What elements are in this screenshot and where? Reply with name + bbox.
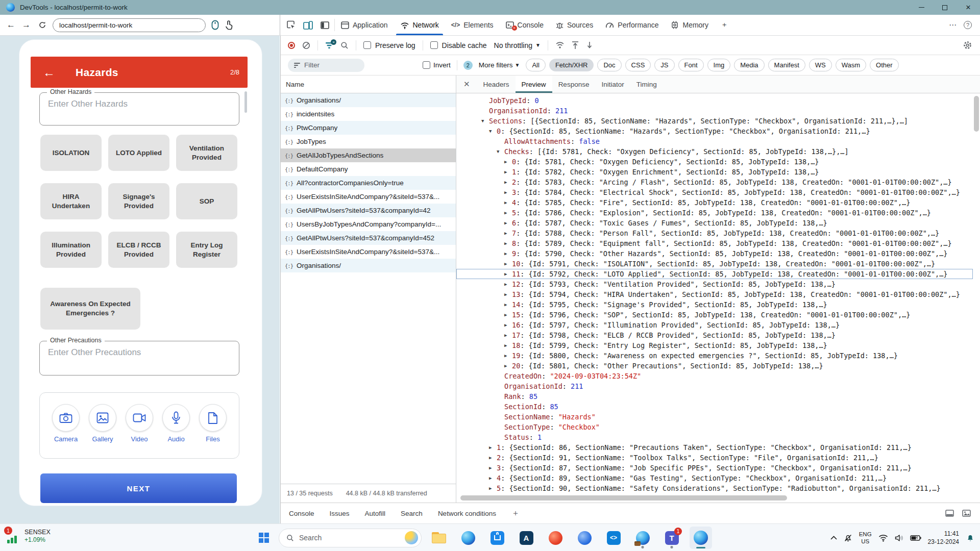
collapsed-arrow-icon[interactable]: ▶ bbox=[504, 299, 507, 310]
json-line[interactable]: ▶3: {SectionId: 87, SectionName: "Job Sp… bbox=[456, 463, 973, 473]
collapsed-arrow-icon[interactable]: ▶ bbox=[504, 238, 507, 248]
json-line[interactable]: ▶7: {Id: 5788, Check: "Person Fall", Sec… bbox=[456, 228, 973, 238]
network-settings-gear-icon[interactable] bbox=[963, 41, 980, 49]
collapsed-arrow-icon[interactable]: ▶ bbox=[504, 197, 507, 208]
collapsed-arrow-icon[interactable]: ▶ bbox=[504, 310, 507, 320]
json-line[interactable]: ▶13: {Id: 5794, Check: "HIRA Undertaken"… bbox=[456, 289, 973, 299]
hazard-button-awareness[interactable]: Awareness On Expected Emergencies ? bbox=[40, 288, 140, 330]
media-files-button[interactable]: Files bbox=[197, 404, 229, 443]
maximize-button[interactable] bbox=[933, 0, 957, 15]
drawer-tab-console[interactable]: Console bbox=[289, 510, 314, 517]
collapsed-arrow-icon[interactable]: ▶ bbox=[489, 473, 492, 483]
throttling-select[interactable]: No throttling bbox=[494, 41, 532, 49]
drawer-tab-network-conditions[interactable]: Network conditions bbox=[438, 510, 496, 517]
json-line[interactable]: ▶5: {Id: 5786, Check: "Explosion", Secti… bbox=[456, 208, 973, 218]
filter-toggle-icon[interactable]: × bbox=[325, 42, 333, 49]
json-line[interactable]: ▶1: {SectionId: 86, SectionName: "Precau… bbox=[456, 442, 973, 453]
collapsed-arrow-icon[interactable]: ▶ bbox=[504, 228, 507, 238]
json-line[interactable]: ▶16: {Id: 5797, Check: "Illumination Pro… bbox=[456, 320, 973, 330]
collapsed-arrow-icon[interactable]: ▶ bbox=[504, 361, 507, 371]
teams-icon[interactable]: T1 bbox=[660, 527, 683, 549]
wifi-icon[interactable] bbox=[878, 534, 888, 542]
notification-bell-icon[interactable] bbox=[966, 533, 975, 542]
request-row[interactable]: {:}UserExistsInSiteAndCompany?&siteId=53… bbox=[281, 190, 456, 204]
filter-pill-ws[interactable]: WS bbox=[809, 59, 832, 71]
minimize-button[interactable] bbox=[910, 0, 933, 15]
collapsed-arrow-icon[interactable]: ▶ bbox=[504, 279, 507, 289]
collapsed-arrow-icon[interactable]: ▶ bbox=[504, 208, 507, 218]
json-line[interactable]: ▶6: {Id: 5787, Check: "Toxic Gases / Fum… bbox=[456, 218, 973, 228]
json-line[interactable]: ▼Checks: [{Id: 5781, Check: "Oxygen Defi… bbox=[456, 146, 973, 157]
dock-drawer-icon[interactable] bbox=[945, 510, 954, 517]
json-line[interactable]: SectionId: 85 bbox=[456, 402, 973, 412]
add-drawer-tab-icon[interactable]: ＋ bbox=[511, 508, 520, 519]
taskbar-search[interactable]: Search bbox=[279, 529, 422, 547]
vscode-icon[interactable]: <> bbox=[602, 527, 625, 549]
media-audio-button[interactable]: Audio bbox=[160, 404, 192, 443]
preview-tab-initiator[interactable]: Initiator bbox=[595, 76, 630, 93]
json-line[interactable]: ▶8: {Id: 5789, Check: "Equipment fall", … bbox=[456, 238, 973, 248]
collapsed-arrow-icon[interactable]: ▶ bbox=[504, 269, 507, 279]
hazard-button-ventilation-provided[interactable]: Ventilation Provided bbox=[176, 135, 237, 171]
disable-cache-checkbox[interactable] bbox=[430, 41, 438, 49]
json-line[interactable]: ▶4: {SectionId: 89, SectionName: "Gas Te… bbox=[456, 473, 973, 483]
collapsed-arrow-icon[interactable]: ▶ bbox=[504, 157, 507, 167]
json-line[interactable]: ▶3: {Id: 5784, Check: "Electrical Shock"… bbox=[456, 187, 973, 197]
close-preview-icon[interactable]: ✕ bbox=[456, 80, 477, 89]
start-button[interactable] bbox=[255, 529, 273, 546]
mouse-mode-icon[interactable] bbox=[211, 20, 219, 30]
hazard-button-loto-applied[interactable]: LOTO Applied bbox=[108, 135, 169, 171]
json-line[interactable]: SectionName: "Hazards" bbox=[456, 412, 973, 422]
touch-mode-icon[interactable] bbox=[225, 20, 233, 30]
json-line[interactable]: Rank: 85 bbox=[456, 391, 973, 402]
more-options-icon[interactable]: ⋯ bbox=[949, 20, 957, 30]
add-tab-button[interactable]: ＋ bbox=[715, 15, 734, 35]
invert-checkbox[interactable] bbox=[423, 61, 430, 69]
json-line[interactable]: ▶20: {Id: 5801, Check: "Other Precaution… bbox=[456, 361, 973, 371]
request-row[interactable]: {:}All?contractorCompaniesOnly=true bbox=[281, 176, 456, 190]
forward-button[interactable]: → bbox=[22, 20, 31, 30]
preview-horizontal-scrollbar[interactable] bbox=[460, 495, 787, 500]
volume-icon[interactable] bbox=[895, 534, 903, 542]
tray-chevron-icon[interactable] bbox=[830, 536, 837, 540]
collapsed-arrow-icon[interactable]: ▶ bbox=[504, 350, 507, 361]
hazard-button-sop[interactable]: SOP bbox=[176, 183, 237, 219]
tab-sources[interactable]: Sources bbox=[550, 15, 599, 35]
collapsed-arrow-icon[interactable]: ▶ bbox=[504, 187, 507, 197]
request-row[interactable]: {:}DefaultCompany bbox=[281, 162, 456, 176]
json-line[interactable]: ▶15: {Id: 5796, Check: "SOP", SectionId:… bbox=[456, 310, 973, 320]
drawer-tab-autofill[interactable]: Autofill bbox=[365, 510, 386, 517]
json-line[interactable]: ▶18: {Id: 5799, Check: "Entry Log Regist… bbox=[456, 340, 973, 350]
clock[interactable]: 11:41 23-12-2024 bbox=[928, 530, 959, 546]
json-line[interactable]: ▶2: {Id: 5783, Check: "Arcing / Flash", … bbox=[456, 177, 973, 187]
request-row[interactable]: {:}PtwCompany bbox=[281, 121, 456, 135]
json-line[interactable]: ▼Sections: [{SectionId: 85, SectionName:… bbox=[456, 116, 973, 126]
other-hazards-field[interactable]: Other Hazards Enter Other Hazards bbox=[39, 92, 239, 126]
hazard-button-entry-log-register[interactable]: Entry Log Register bbox=[176, 232, 237, 268]
json-line[interactable]: ▶12: {Id: 5793, Check: "Ventilation Prov… bbox=[456, 279, 973, 289]
request-row[interactable]: {:}GetAllPtwUsers?siteId=537&companyId=4… bbox=[281, 204, 456, 217]
collapsed-arrow-icon[interactable]: ▶ bbox=[504, 259, 507, 269]
filter-pill-doc[interactable]: Doc bbox=[597, 59, 621, 71]
json-line[interactable]: ▶19: {Id: 5800, Check: "Awareness on exp… bbox=[456, 350, 973, 361]
tab-application[interactable]: Application bbox=[335, 15, 394, 35]
hazard-button-hira-undertaken[interactable]: HIRA Undertaken bbox=[40, 183, 102, 219]
app-a-icon[interactable]: A bbox=[515, 527, 537, 549]
request-list-header[interactable]: Name bbox=[281, 76, 456, 93]
app-scrollbar[interactable] bbox=[244, 91, 247, 113]
collapsed-arrow-icon[interactable]: ▶ bbox=[504, 218, 507, 228]
collapsed-arrow-icon[interactable]: ▶ bbox=[504, 177, 507, 187]
tab-memory[interactable]: Memory bbox=[665, 15, 715, 35]
refresh-button[interactable] bbox=[38, 21, 46, 29]
json-line[interactable]: ▶9: {Id: 5790, Check: "Other Hazards", S… bbox=[456, 248, 973, 259]
inspect-element-icon[interactable] bbox=[286, 20, 296, 30]
stock-widget[interactable]: 1 SENSEX +1.09% bbox=[5, 528, 51, 545]
json-line[interactable]: ▶11: {Id: 5792, Check: "LOTO Applied", S… bbox=[456, 269, 973, 279]
request-row[interactable]: {:}GetAllPtwUsers?siteId=537&companyId=4… bbox=[281, 231, 456, 245]
collapsed-arrow-icon[interactable]: ▶ bbox=[504, 340, 507, 350]
device-toolbar-icon[interactable] bbox=[303, 21, 313, 30]
filter-pill-other[interactable]: Other bbox=[870, 59, 899, 71]
network-conditions-icon[interactable] bbox=[555, 41, 565, 49]
media-camera-button[interactable]: Camera bbox=[50, 404, 82, 443]
record-network-log-icon[interactable] bbox=[288, 42, 295, 49]
